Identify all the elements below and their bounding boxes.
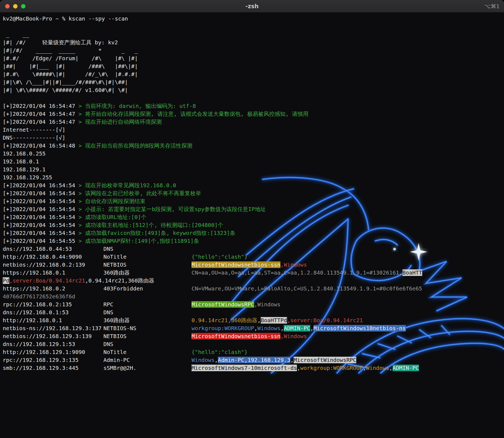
result-col-service: NETBIOS-NS: [103, 324, 136, 332]
terminal-text-segment: workgroup:WORKGROUP: [192, 325, 254, 332]
result-col-fingerprint: MicrosoftWindowsnetbios-ssn,Windows: [192, 261, 307, 269]
terminal-text-segment: ,: [363, 365, 366, 371]
terminal-text-segment: 360路由器: [103, 269, 130, 276]
terminal-line: kv2@MacBook-Pro ~ % kscan --spy --scan: [0, 15, 504, 23]
terminal-text-segment: _ __: [3, 31, 29, 38]
terminal-text-segment: 192.168.129.255: [3, 174, 52, 181]
terminal-text-segment: Pd: [3, 277, 9, 284]
terminal-text-segment: |#.#\ \#####\|#| /#/_\#\ |#.#.#|: [3, 71, 138, 77]
terminal-line: rpc://192.168.0.2:135RPCMicrosoftWindows…: [0, 301, 504, 309]
terminal-line: |#.#/ /Edge/ /Forum| /#\ |#\ |#|: [0, 54, 504, 62]
terminal-text-segment: [+]2022/01/04 16:54:54: [3, 182, 79, 189]
terminal-content[interactable]: kv2@MacBook-Pro ~ % kscan --spy --scan _…: [0, 13, 504, 438]
terminal-text-segment: ,Windows: [254, 301, 280, 308]
terminal-text-segment: Admin-PC: [103, 357, 130, 363]
terminal-text-segment: ,: [280, 325, 284, 332]
terminal-text-segment: BoaHTTPd: [261, 317, 287, 324]
terminal-line: |#|/#/ _____ _____ * _ _: [0, 47, 504, 54]
terminal-text-segment: DNS: [103, 246, 113, 252]
close-button[interactable]: [5, 4, 10, 8]
terminal-text-segment: 40766d776172652e636f6d: [3, 293, 75, 300]
terminal-text-segment: 192.168.129.1: [3, 166, 46, 173]
terminal-text-segment: > 自动化存活网段探测结束: [79, 198, 145, 204]
terminal-text-segment: ,: [254, 325, 257, 332]
terminal-line: rpc://192.168.129.3:135Admin-PCWindows,A…: [0, 356, 504, 364]
terminal-line: [+]2022/01/04 16:54:47 > 当前环境为: darwin, …: [0, 102, 504, 110]
terminal-line: Pd,server:Boa/0.94.14rc21,0.94.14rc21,36…: [0, 277, 504, 285]
terminal-line: [+]2022/01/04 16:54:54 > 成功读取URL地址:[0]个: [0, 213, 504, 221]
terminal-text-segment: 192.168.0.1: [3, 158, 39, 165]
terminal-text-segment: |#|/#/ _____ _____ * _ _: [3, 47, 138, 54]
terminal-text-segment: [+]2022/01/04 16:54:54: [3, 230, 79, 236]
terminal-text-segment: [+]2022/01/04 16:54:54: [3, 214, 79, 220]
terminal-line: 192.168.0.255: [0, 150, 504, 158]
terminal-text-segment: 0.94.14rc21,360路由器: [192, 317, 257, 324]
terminal-line: _ __: [0, 31, 504, 39]
terminal-line: [+]2022/01/04 16:54:48 > 现在开始当前所在网段的B段网关…: [0, 142, 504, 150]
terminal-line: [+]2022/01/04 16:54:54 > 小提示: 若需要对指定某一b段…: [0, 205, 504, 213]
terminal-line: dns://192.168.0.1:53DNS: [0, 309, 504, 316]
terminal-line: [0, 23, 504, 31]
terminal-line: [+]2022/01/04 16:54:54 > 自动化存活网段探测结束: [0, 197, 504, 205]
terminal-text-segment: BoaHTT: [402, 269, 422, 276]
terminal-line: [0, 94, 504, 102]
terminal-text-segment: {"hello":"clash"}: [192, 349, 248, 355]
terminal-text-segment: > 成功读取主机地址:[512]个, 待检测端口:[204800]个: [79, 222, 223, 228]
zoom-button[interactable]: [21, 4, 25, 8]
terminal-text-segment: > 现在开始进行自动网络环境探测: [79, 119, 162, 125]
terminal-text-segment: MicrosoftWindowsnetbios-ssn: [192, 261, 280, 268]
terminal-text-segment: https://192.168.0.2: [3, 285, 65, 292]
terminal-line: http://192.168.0.44:9090NoTitle{"hello":…: [0, 253, 504, 261]
terminal-text-segment: ,Windows: [280, 261, 307, 268]
result-col-service: sSMBr@@2H.: [103, 364, 136, 372]
terminal-text-segment: 360路由器: [103, 317, 130, 324]
terminal-line: smb://192.168.129.3:445sSMBr@@2H.Microso…: [0, 364, 504, 372]
terminal-text-segment: NETBIOS: [103, 261, 126, 268]
terminal-text-segment: Windows: [366, 365, 389, 371]
terminal-text-segment: netbios://192.168.0.2:139: [3, 261, 85, 268]
terminal-text-segment: > 该网段在之前已经枚举, 此处不将不再重复枚举: [79, 190, 201, 197]
terminal-line: [+]2022/01/04 16:54:54 > 成功读取主机地址:[512]个…: [0, 221, 504, 229]
terminal-text-segment: netbios://192.168.129.3:139: [3, 333, 92, 339]
terminal-line: https://192.168.0.1360路由器CN=aa,OU=aa,O=a…: [0, 269, 504, 277]
result-col-service: 403Forbidden: [103, 285, 143, 293]
terminal-window: -zsh ⌥⌘1 kv2@MacBook-Pro ~ % kscan --spy…: [0, 0, 504, 438]
result-col-service: 360路由器: [103, 316, 130, 324]
terminal-line: [+]2022/01/04 16:54:54 > 成功加载favicon指纹:[…: [0, 229, 504, 237]
terminal-text-segment: MicrosoftWindows7-10microsoft-ds: [192, 365, 297, 371]
minimize-button[interactable]: [13, 4, 18, 8]
result-col-fingerprint: Windows,Admin-PC,192.168.129.3,Microsoft…: [192, 356, 356, 364]
terminal-text-segment: sSMBr@@2H.: [103, 365, 136, 371]
terminal-text-segment: NETBIOS: [103, 333, 126, 339]
terminal-text-segment: DNS-------------[√]: [3, 134, 65, 141]
terminal-text-segment: workgroup:WORKGROUP: [300, 365, 363, 371]
terminal-text-segment: dns://192.168.0.44:53: [3, 246, 72, 252]
result-col-fingerprint: CN=aa,OU=aa,O=aa,L=aa,ST=aa,C=aa,1.2.840…: [192, 269, 422, 277]
terminal-text-segment: ,: [310, 325, 314, 332]
result-col-service: NETBIOS: [103, 332, 126, 340]
terminal-text-segment: [+]2022/01/04 16:54:47: [3, 111, 79, 117]
terminal-text-segment: kv2@MacBook-Pro ~ % kscan --spy --scan: [3, 15, 128, 22]
terminal-text-segment: [+]2022/01/04 16:54:54: [3, 190, 79, 197]
result-col-fingerprint: {"hello":"clash"}: [192, 253, 248, 261]
terminal-text-segment: rpc://192.168.0.2:135: [3, 301, 72, 308]
terminal-text-segment: https://192.168.0.1: [3, 269, 65, 276]
terminal-text-segment: ,0.94.14rc21,360路由器: [85, 277, 154, 284]
terminal-text-segment: > 现在开始枚举常见网段192.168.0.0: [79, 182, 176, 189]
terminal-text-segment: ,: [290, 357, 294, 363]
terminal-text-segment: ,: [297, 365, 300, 371]
window-shortcut-badge: ⌥⌘1: [484, 3, 500, 10]
terminal-text-segment: > 将开始自动化存活网段探测, 请注意, 该模式会发送大量数据包, 极易被风控感…: [79, 111, 308, 117]
terminal-text-segment: > 成功加载NMAP探针:[149]个,指纹[11891]条: [79, 238, 199, 244]
terminal-text-segment: smb://192.168.129.3:445: [3, 365, 79, 371]
terminal-text-segment: http://192.168.0.44:9090: [3, 253, 82, 260]
terminal-text-segment: MicrosoftWindowsnetbios-ssn: [192, 333, 280, 339]
terminal-text-segment: NoTitle: [103, 349, 126, 355]
terminal-text-segment: |##| |#|___ |#| /###\ |##\|#|: [3, 63, 138, 70]
terminal-text-segment: Windows: [192, 357, 215, 363]
terminal-text-segment: ADMIN-PC: [393, 365, 419, 371]
result-col-service: 360路由器: [103, 269, 130, 277]
terminal-line: netbios://192.168.0.2:139NETBIOSMicrosof…: [0, 261, 504, 269]
terminal-text-segment: |#.#/ /Edge/ /Forum| /#\ |#\ |#|: [3, 55, 138, 62]
result-col-service: NETBIOS: [103, 261, 126, 269]
